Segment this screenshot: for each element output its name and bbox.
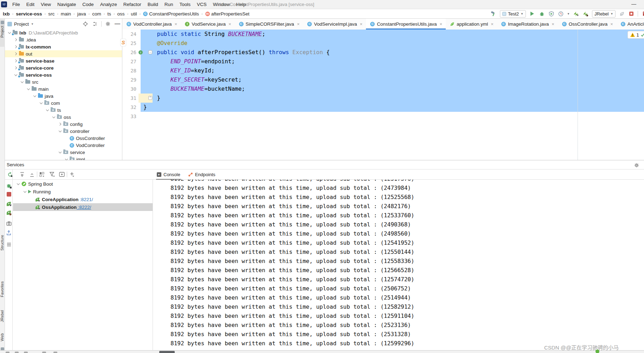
close-tab-icon[interactable]: × — [360, 21, 363, 27]
chevron-collapsed-icon[interactable] — [58, 122, 62, 127]
breadcrumb-item[interactable]: com — [92, 11, 101, 17]
breadcrumb-item[interactable]: CConstantPropertiesUtils — [143, 11, 199, 17]
options-menu-icon[interactable] — [6, 242, 12, 247]
breadcrumb-item[interactable]: lxb — [3, 11, 10, 17]
tree-item-lxb[interactable]: lxbD:\JavaIDEAProject\lxb — [5, 29, 122, 36]
close-tab-icon[interactable]: × — [552, 21, 554, 27]
debug-application-icon[interactable] — [6, 210, 12, 216]
build-hammer-icon[interactable] — [490, 11, 497, 17]
services-tab-endpoints[interactable]: Endpoints — [187, 169, 216, 180]
chevron-collapsed-icon[interactable] — [13, 66, 18, 70]
close-tab-icon[interactable]: × — [297, 21, 300, 27]
editor-tab-constantpropertiesutils-java[interactable]: CConstantPropertiesUtils.java× — [366, 19, 446, 30]
service-url-link[interactable]: :8221/ — [78, 197, 93, 202]
collapse-all-icon[interactable] — [29, 172, 35, 177]
close-tab-icon[interactable]: × — [228, 21, 231, 27]
tree-item-osscontroller[interactable]: COssController — [5, 135, 122, 142]
toolwindow-button-icon[interactable] — [6, 352, 9, 353]
gear-icon[interactable] — [105, 21, 111, 27]
breadcrumb-item[interactable]: src — [48, 11, 54, 17]
tree-item-service-base[interactable]: service-base — [5, 57, 122, 64]
service-item-spring-boot[interactable]: Spring Boot — [13, 180, 153, 188]
menu-view[interactable]: View — [38, 0, 54, 9]
run-button[interactable] — [529, 11, 535, 17]
chevron-collapsed-icon[interactable] — [13, 59, 18, 63]
tree-item-ts[interactable]: ts — [5, 107, 122, 114]
tree-item-service[interactable]: service — [5, 149, 122, 156]
inspection-widget[interactable]: 1 — [627, 31, 644, 39]
jrebel-debug-icon[interactable] — [582, 11, 589, 17]
filter-icon[interactable] — [49, 172, 55, 177]
toolwindow-button-icon[interactable] — [42, 352, 46, 353]
toolwindow-button-icon[interactable] — [15, 352, 19, 353]
chevron-expanded-icon[interactable] — [51, 115, 56, 120]
menu-run[interactable]: Run — [161, 0, 176, 9]
tool-stripe-project[interactable]: Project — [0, 26, 5, 38]
thread-dump-icon[interactable] — [6, 220, 12, 226]
editor-tab-vodcontroller-java[interactable]: CVodController.java× — [122, 19, 181, 30]
chevron-expanded-icon[interactable] — [58, 129, 62, 134]
editor-tab-application-yml[interactable]: application.yml× — [446, 19, 497, 30]
tree-item-src[interactable]: src — [5, 78, 122, 85]
chevron-collapsed-icon[interactable] — [13, 52, 18, 56]
breadcrumb-item[interactable]: oss — [117, 11, 125, 17]
toolwindow-button-icon[interactable] — [24, 352, 28, 353]
collapse-all-icon[interactable] — [92, 21, 98, 27]
override-gutter-icon[interactable]: ↑ — [139, 50, 143, 54]
menu-code[interactable]: Code — [79, 0, 97, 9]
toolwindow-button-icon[interactable] — [53, 352, 57, 353]
menu-file[interactable]: File — [9, 0, 23, 9]
profiler-button[interactable] — [558, 11, 564, 17]
stop-record-icon[interactable] — [628, 11, 635, 17]
spring-bean-gutter-icon[interactable]: S — [120, 39, 126, 46]
tool-stripe-jrebel[interactable]: JRebel — [0, 310, 5, 322]
expand-all-icon[interactable] — [19, 172, 25, 177]
chevron-expanded-icon[interactable] — [20, 80, 24, 84]
tree-item-vodcontroller[interactable]: CVodController — [5, 142, 122, 149]
tree-item-impl[interactable]: impl — [5, 156, 122, 160]
breadcrumb-item[interactable]: service-oss — [16, 11, 42, 17]
editor-tab-vodservice-java[interactable]: IVodService.java× — [181, 19, 234, 30]
tree-item-main[interactable]: main — [5, 85, 122, 92]
run-config-selector[interactable]: Test2▼ — [500, 10, 526, 18]
editor-tab-anarticlevo-java[interactable]: CAnArticleVo.java× — [617, 19, 644, 30]
rocket-disabled-icon[interactable] — [619, 11, 625, 17]
add-icon[interactable] — [69, 172, 75, 177]
tool-stripe-web[interactable]: Web — [0, 333, 5, 341]
chevron-expanded-icon[interactable] — [39, 101, 43, 105]
tree-item-lx-common[interactable]: lx-common — [5, 43, 122, 50]
services-gear-icon[interactable] — [633, 162, 640, 168]
chevron-expanded-icon[interactable] — [64, 157, 69, 160]
menu-navigate[interactable]: Navigate — [54, 0, 79, 9]
tree-item-service-oss[interactable]: service-oss — [5, 71, 122, 78]
chevron-expanded-icon[interactable] — [7, 31, 12, 35]
stop-icon[interactable] — [6, 191, 12, 197]
chevron-expanded-icon[interactable] — [32, 94, 37, 98]
chevron-collapsed-icon[interactable] — [13, 38, 18, 42]
tree-item-controller[interactable]: controller — [5, 128, 122, 135]
jrebel-run-icon[interactable] — [573, 11, 579, 17]
editor-tab-simplecorsfilter-java[interactable]: CSimpleCORSFilter.java× — [235, 19, 303, 30]
tool-stripe-favorites[interactable]: Favorites — [0, 281, 5, 297]
tree-item-com[interactable]: com — [5, 100, 122, 107]
rerun-failed-icon[interactable] — [6, 183, 12, 188]
chevron-expanded-icon[interactable] — [13, 73, 18, 77]
active-toolwindow-chip[interactable] — [159, 351, 175, 353]
breadcrumb-item[interactable]: util — [131, 11, 137, 17]
add-service-frame-icon[interactable] — [59, 172, 65, 177]
menu-tools[interactable]: Tools — [176, 0, 194, 9]
breadcrumb-item[interactable]: mafterPropertiesSet — [205, 11, 250, 17]
menu-build[interactable]: Build — [144, 0, 161, 9]
menu-vcs[interactable]: VCS — [194, 0, 210, 9]
debug-button[interactable] — [539, 11, 545, 17]
menu-refactor[interactable]: Refactor — [120, 0, 144, 9]
close-tab-icon[interactable]: × — [175, 21, 178, 27]
run-application-icon[interactable] — [6, 201, 12, 207]
breadcrumb-item[interactable]: main — [61, 11, 71, 17]
close-tab-icon[interactable]: × — [491, 21, 494, 27]
chevron-collapsed-icon[interactable] — [13, 45, 18, 49]
close-tab-icon[interactable]: × — [439, 21, 442, 27]
tree-item-java[interactable]: java — [5, 92, 122, 100]
chevron-expanded-icon[interactable] — [26, 87, 31, 91]
jrebel-selector[interactable]: JRebel▼ — [592, 10, 616, 18]
